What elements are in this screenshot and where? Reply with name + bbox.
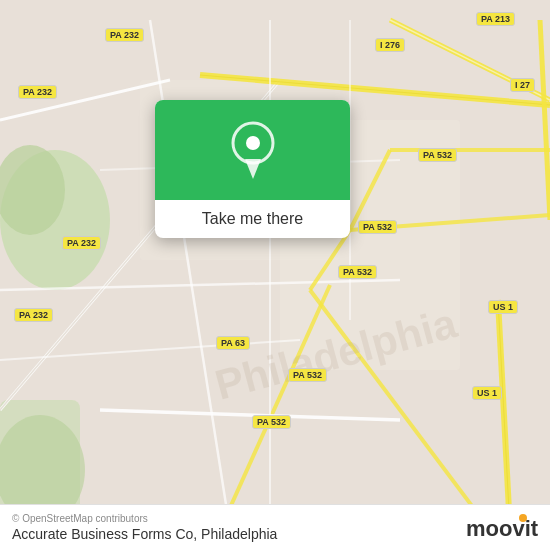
location-pin-icon xyxy=(229,121,277,179)
popup-header xyxy=(155,100,350,200)
popup-card[interactable]: Take me there xyxy=(155,100,350,238)
road-label-i27: I 27 xyxy=(510,78,535,92)
road-label-pa532-1: PA 532 xyxy=(418,148,457,162)
road-label-pa213: PA 213 xyxy=(476,12,515,26)
svg-text:moovit: moovit xyxy=(466,516,538,541)
road-label-us1-2: US 1 xyxy=(472,386,502,400)
osm-attribution: © OpenStreetMap contributors xyxy=(12,513,277,524)
road-label-pa532-3: PA 532 xyxy=(338,265,377,279)
road-label-pa232-3: PA 232 xyxy=(62,236,101,250)
road-label-us1-1: US 1 xyxy=(488,300,518,314)
take-me-there-button[interactable]: Take me there xyxy=(155,200,350,238)
svg-point-32 xyxy=(246,136,260,150)
road-label-pa232-4: PA 232 xyxy=(14,308,53,322)
road-label-pa232-1: PA 232 xyxy=(105,28,144,42)
road-label-pa532-2: PA 532 xyxy=(358,220,397,234)
road-label-pa532-5: PA 532 xyxy=(252,415,291,429)
road-label-pa232-2: PA 232 xyxy=(18,85,57,99)
bottom-bar: © OpenStreetMap contributors Accurate Bu… xyxy=(0,504,550,550)
map-background: Philadelphia xyxy=(0,0,550,550)
left-section: © OpenStreetMap contributors Accurate Bu… xyxy=(12,513,277,542)
moovit-logo: moovit xyxy=(466,514,538,542)
road-label-pa532-4: PA 532 xyxy=(288,368,327,382)
business-name: Accurate Business Forms Co, Philadelphia xyxy=(12,526,277,542)
road-label-i276: I 276 xyxy=(375,38,405,52)
moovit-logo-svg: moovit xyxy=(466,514,538,542)
road-label-pa63: PA 63 xyxy=(216,336,250,350)
map-container: Philadelphia PA 232 PA 213 I 276 PA 232 … xyxy=(0,0,550,550)
svg-point-34 xyxy=(519,514,527,522)
